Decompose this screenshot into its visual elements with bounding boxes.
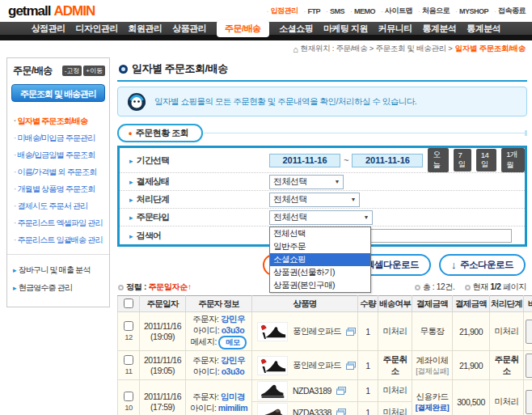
order-type-option-all[interactable]: 전체선택	[270, 227, 370, 240]
orderer-name[interactable]: 강민우	[221, 314, 245, 324]
orderer-name[interactable]: 임미경	[221, 392, 245, 401]
nav-design-mgmt[interactable]: 디자인관리	[75, 23, 118, 35]
delete-button[interactable]: 삭제	[526, 390, 532, 414]
sidebar-item-monthly-product[interactable]: ·개월별 상품명 주문조회	[14, 180, 106, 197]
select-all-checkbox[interactable]	[124, 299, 133, 308]
breadcrumb-path: 현재위치 : 주문/배송 > 주문조회 및 배송관리 >	[301, 44, 453, 54]
bullet: ·	[14, 150, 16, 159]
sidebar-item-payment-attempt[interactable]: ·결제시도 주문서 관리	[14, 197, 106, 214]
popup-window-icon[interactable]	[346, 362, 356, 370]
orderer-label: 주문자:	[192, 355, 218, 365]
address-download-button[interactable]: ↓ 주소다운로드	[439, 254, 526, 276]
sidebar-item-cash-receipt[interactable]: ▸현금영수증 관리	[13, 279, 106, 297]
step-select[interactable]: 전체선택▼	[269, 193, 360, 207]
sidebar-item-label: 결제시도 주문서 관리	[18, 201, 88, 210]
date-to-input[interactable]	[352, 154, 423, 167]
order-type-label: ▸주문타입	[120, 211, 269, 223]
popup-window-icon[interactable]	[336, 387, 346, 395]
toplink-sitemap[interactable]: ·사이트맵	[381, 6, 412, 16]
nav-store-mgmt[interactable]: 상점관리	[32, 23, 65, 35]
sidebar-item-daily-orders[interactable]: ·일자별 주문조회/배송	[14, 112, 106, 129]
col-quantity: 수량	[358, 296, 378, 312]
order-type-select[interactable]: 전체선택▼	[269, 210, 373, 225]
payment-note: [결제실패]	[414, 366, 450, 376]
orderer-id[interactable]: mimilim	[218, 403, 247, 413]
arrow-icon: ▸	[129, 232, 133, 240]
orderer-info-cell: 주문자: 임미경 아이디: mimilim	[186, 380, 252, 415]
sidebar-item-label: 개월별 상품명 주문조회	[18, 184, 95, 193]
row-checkbox[interactable]	[124, 321, 133, 331]
delete-button[interactable]: 삭제	[526, 320, 532, 344]
order-search-form: ▸기간선택 ~ 오늘 7일 14일 1개월 ▸결제상태 전체선택▼	[117, 146, 527, 247]
chevron-down-icon: ▼	[335, 179, 340, 184]
sidebar-move-button[interactable]: +이동	[83, 66, 105, 76]
product-name[interactable]: NZDA3189	[293, 386, 331, 396]
orderer-id[interactable]: o3u3o	[222, 366, 244, 376]
product-name[interactable]: 풍인레오파드	[293, 360, 341, 371]
select-value: 전체선택	[273, 176, 307, 188]
sidebar-item-label: 주문리스트 엑셀파일 관리	[18, 218, 103, 227]
sidebar-item-label: 이름/가격별 외 주문조회	[18, 167, 97, 176]
product-name[interactable]: 풍인레오파드	[293, 326, 341, 337]
row-checkbox[interactable]	[124, 355, 133, 365]
popup-window-icon[interactable]	[346, 328, 356, 336]
quick-14days-button[interactable]: 14일	[476, 149, 497, 172]
getmall-logo[interactable]: getmallADMIN	[8, 3, 95, 19]
nav-stats-2[interactable]: 통계분석	[467, 23, 500, 35]
product-entry: NZDA3338	[254, 403, 356, 415]
payment-method: 계좌이체	[414, 355, 450, 366]
order-type-option-normal[interactable]: 일반주문	[270, 240, 370, 253]
pay-status-select[interactable]: 전체선택▼	[269, 175, 344, 189]
toplink-home[interactable]: ·처음으로	[418, 6, 450, 16]
popup-window-icon[interactable]	[336, 409, 346, 415]
memo-button[interactable]: 메모	[218, 336, 247, 349]
nav-marketing[interactable]: 마케팅 지원	[323, 23, 368, 35]
form-row-step: ▸처리단계 전체선택▼	[120, 191, 525, 209]
tilde-separator: ~	[344, 155, 348, 165]
product-name[interactable]: NZDA3338	[293, 408, 331, 415]
sidebar-item-excel-file[interactable]: ·주문리스트 엑셀파일 관리	[14, 214, 106, 231]
sidebar-item-ship-date[interactable]: ·배송/입금일별 주문조회	[14, 146, 106, 163]
sidebar-item-cart-analysis[interactable]: ▸장바구니 및 매출 분석	[13, 261, 106, 279]
quick-1month-button[interactable]: 1개월	[501, 148, 525, 172]
sidebar-pin-button[interactable]: -고정	[62, 66, 82, 76]
nav-member-mgmt[interactable]: 회원관리	[129, 23, 163, 35]
toplink-store-entry[interactable]: ·입점관리	[266, 6, 298, 16]
product-entry: NZDA3189	[254, 381, 356, 400]
order-type-option-giftcard-self[interactable]: 상품권(본인구매)	[270, 279, 370, 292]
toplink-sms[interactable]: ·SMS	[326, 7, 344, 15]
page-label: 페이지	[503, 282, 526, 291]
nav-order-shipping[interactable]: 주문/배송	[217, 20, 269, 37]
nav-stats-1[interactable]: 통계분석	[422, 23, 456, 35]
quick-7days-button[interactable]: 7일	[454, 149, 471, 172]
orderer-name[interactable]: 강민우	[221, 355, 245, 365]
order-type-option-social[interactable]: 소셜쇼핑	[270, 253, 370, 266]
date-from-input[interactable]	[269, 154, 340, 167]
breadcrumb: ⌂ 현재위치 : 주문/배송 > 주문조회 및 배송관리 > 일자별 주문조회/…	[0, 40, 532, 57]
nav-product-mgmt[interactable]: 상품관리	[172, 23, 206, 35]
order-type-option-giftcard-gift[interactable]: 상품권(선물하기)	[270, 266, 370, 279]
sort-value[interactable]: 주문일자순↑	[148, 282, 191, 291]
toplink-logout[interactable]: ·접속종료	[494, 6, 526, 16]
toplink-memo[interactable]: ·MEMO	[350, 7, 375, 15]
orderer-id[interactable]: o3u3o	[222, 325, 244, 335]
sidebar-item-unshipped[interactable]: ·미배송/미입금 주문관리	[14, 129, 106, 146]
page-title-text: 일자별 주문조회/배송	[132, 61, 228, 76]
sidebar-item-bulk-shipping[interactable]: ·주문리스트 일괄배송 관리	[14, 231, 106, 248]
toplink-ftp[interactable]: ·FTP	[303, 7, 320, 15]
order-date: 2011/11/16	[141, 321, 184, 332]
count-info: 총 : 12건. 현재 1/2 페이지	[415, 282, 526, 293]
sidebar-item-name-price[interactable]: ·이름/가격별 외 주문조회	[14, 163, 106, 180]
row-checkbox[interactable]	[124, 392, 133, 401]
quick-today-button[interactable]: 오늘	[428, 148, 448, 172]
delete-button[interactable]: 삭제	[526, 354, 532, 378]
nav-community[interactable]: 커뮤니티	[378, 23, 412, 35]
toplink-myshop[interactable]: ·MYSHOP	[455, 7, 488, 15]
section-tab-order-status: • 주문현황 조회	[117, 124, 203, 142]
top-utility-links: ·입점관리 ·FTP ·SMS ·MEMO ·사이트맵 ·처음으로 ·MYSHO…	[266, 6, 526, 16]
bullet-icon	[465, 285, 471, 290]
product-thumbnail	[257, 356, 288, 375]
payment-method: 신용카드	[414, 392, 450, 402]
sidebar-section-order-shipping[interactable]: 주문조회 및 배송관리	[11, 84, 105, 102]
nav-social-shopping[interactable]: 소셜쇼핑	[279, 23, 313, 35]
